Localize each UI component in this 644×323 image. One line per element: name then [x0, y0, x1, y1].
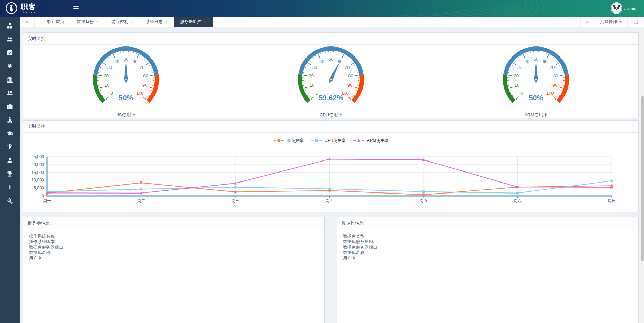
sidebar-item-cubes[interactable] — [0, 20, 20, 33]
svg-text:15,000: 15,000 — [31, 170, 44, 175]
brand[interactable]: 职客 IZHIKE — [0, 2, 65, 15]
team-icon — [7, 90, 13, 98]
legend-dash — [281, 140, 284, 141]
sidebar-item-street-view[interactable] — [0, 114, 20, 127]
tab-close-icon[interactable]: × — [96, 20, 99, 24]
tab-operations-dropdown[interactable]: 页签操作 — [594, 17, 627, 27]
legend-label: CPU使用率 — [324, 138, 345, 144]
briefcase-icon — [7, 103, 13, 111]
svg-text:40: 40 — [114, 59, 119, 64]
tab-label: 访问控制 — [111, 19, 128, 25]
svg-text:20: 20 — [514, 73, 518, 79]
sidebar-item-briefcase[interactable] — [0, 101, 20, 114]
sidebar-item-team[interactable] — [0, 87, 20, 101]
user-menu[interactable]: admin — [611, 3, 644, 13]
legend-item-IIS使用率[interactable]: IIS使用率 — [273, 138, 304, 144]
brand-subtitle: IZHIKE — [21, 11, 37, 14]
street-view-icon — [7, 117, 13, 125]
tab-close-icon[interactable]: × — [204, 20, 206, 24]
graduation-cap-icon — [7, 130, 13, 138]
legend-item-ARM使用率[interactable]: ARM使用率 — [353, 138, 389, 144]
tabs-scroll-right-button[interactable]: » — [580, 17, 594, 27]
svg-text:80: 80 — [348, 73, 353, 79]
svg-text:60: 60 — [543, 59, 547, 64]
gauges-panel-title: 实时监控 — [23, 33, 638, 45]
svg-text:周四: 周四 — [325, 198, 334, 203]
brand-logo-icon — [5, 2, 18, 15]
sidebar-item-info[interactable]: i — [0, 181, 20, 195]
legend-item-CPU使用率[interactable]: CPU使用率 — [311, 138, 345, 144]
page-scrollbar[interactable] — [641, 27, 644, 323]
sidebar-item-user[interactable] — [0, 154, 20, 168]
svg-text:周二: 周二 — [137, 198, 146, 203]
username-label: admin — [624, 6, 636, 11]
tabbar: « 欢迎首页数据备份×访问控制×系统日志×服务器监控× » 页签操作 — [20, 17, 644, 27]
sidebar-item-child[interactable] — [0, 141, 20, 154]
tab-label: 系统日志 — [146, 19, 163, 25]
page-content: 实时监控 010203040506070809010050%IIS使用率0102… — [20, 27, 644, 323]
gauge-chart: 010203040506070809010059.62% — [290, 45, 372, 107]
svg-text:10,000: 10,000 — [31, 178, 44, 183]
sidebar: ¥i — [0, 17, 20, 323]
svg-text:80: 80 — [553, 73, 558, 79]
tab-访问控制[interactable]: 访问控制× — [105, 17, 139, 27]
svg-text:40: 40 — [524, 59, 529, 64]
svg-text:周六: 周六 — [514, 198, 522, 203]
svg-text:周一: 周一 — [43, 198, 51, 203]
sidebar-item-bank[interactable] — [0, 74, 20, 87]
legend-dash — [353, 140, 356, 141]
scrollbar-thumb[interactable] — [641, 96, 644, 261]
tab-系统日志[interactable]: 系统日志× — [139, 17, 174, 27]
info-list-item: 数据库名称 — [343, 250, 633, 256]
info-list-item: 用户名 — [343, 256, 633, 261]
sidebar-item-check-square[interactable] — [0, 47, 20, 60]
svg-text:5,000: 5,000 — [34, 186, 44, 190]
svg-text:80: 80 — [143, 73, 148, 79]
svg-text:50%: 50% — [119, 94, 133, 102]
svg-text:20,000: 20,000 — [31, 162, 44, 167]
info-list-item: 操作系统版本 — [29, 239, 319, 244]
gauge-title: CPU使用率 — [320, 112, 342, 118]
sidebar-item-trophy[interactable] — [0, 168, 20, 181]
svg-text:10: 10 — [515, 83, 519, 88]
info-icon: i — [7, 184, 13, 192]
legend-dash — [319, 140, 322, 141]
svg-text:周五: 周五 — [419, 198, 428, 203]
tab-数据备份[interactable]: 数据备份× — [71, 17, 105, 27]
sidebar-item-graduation-cap[interactable] — [0, 127, 20, 141]
sidebar-toggle-button[interactable] — [70, 0, 82, 17]
cubes-icon — [7, 23, 13, 31]
tab-服务器监控[interactable]: 服务器监控× — [174, 17, 213, 27]
info-list-item: 数据库名称 — [29, 250, 319, 256]
server-info-title: 服务器信息 — [23, 217, 324, 229]
sidebar-item-yen[interactable]: ¥ — [0, 60, 20, 74]
sidebar-item-cogs[interactable] — [0, 195, 20, 208]
tab-欢迎首页[interactable]: 欢迎首页 — [41, 17, 71, 27]
legend-triangle-marker — [357, 139, 361, 142]
svg-text:25,000: 25,000 — [31, 154, 44, 159]
svg-text:100: 100 — [136, 91, 144, 96]
svg-text:30: 30 — [312, 65, 317, 70]
db-info-list: 数据库类型数据库服务器地址数据库服务器端口数据库名称用户名 — [337, 229, 638, 265]
chevron-down-icon — [619, 21, 622, 23]
tabs-scroll-left-button[interactable]: « — [20, 17, 35, 27]
svg-text:70: 70 — [345, 65, 350, 70]
top-navbar: 职客 IZHIKE admin — [0, 0, 644, 17]
legend-square-marker — [315, 139, 318, 142]
svg-text:0: 0 — [42, 194, 44, 198]
tab-label: 欢迎首页 — [47, 19, 64, 25]
svg-text:30: 30 — [107, 65, 112, 70]
gauges-panel: 实时监控 010203040506070809010050%IIS使用率0102… — [23, 32, 639, 118]
svg-text:90: 90 — [552, 83, 557, 88]
info-list-item: 数据库服务器端口 — [343, 244, 633, 250]
tab-close-icon[interactable]: × — [165, 20, 168, 24]
info-list-item: 数据库服务器端口 — [29, 244, 319, 250]
svg-text:0: 0 — [110, 91, 113, 96]
svg-text:60: 60 — [337, 59, 342, 64]
sidebar-item-users[interactable] — [0, 33, 20, 47]
hamburger-icon — [73, 6, 79, 7]
yen-icon: ¥ — [7, 63, 13, 71]
server-info-list: 操作系统名称操作系统版本数据库服务器端口数据库名称用户名 — [23, 229, 324, 265]
fullscreen-button[interactable] — [627, 17, 644, 27]
tab-close-icon[interactable]: × — [131, 20, 133, 24]
